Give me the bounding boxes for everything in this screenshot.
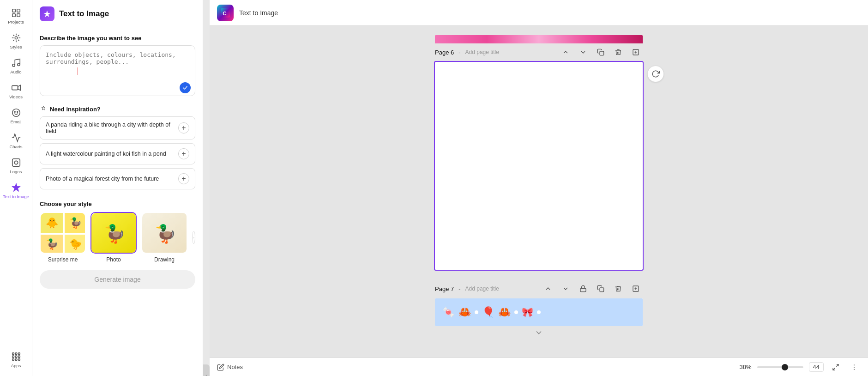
sidebar-item-emoji-label: Emoji [11,119,22,124]
svg-line-35 [833,368,835,370]
svg-point-38 [854,369,855,370]
inspiration-label: Need inspiration? [50,106,101,113]
top-bar-title: Text to Image [239,9,278,17]
plus-square-icon-p7 [632,285,639,292]
canva-logo: C [217,5,234,21]
more-options-button[interactable] [848,361,861,374]
page7-move-down-button[interactable] [559,282,573,296]
chevron-up-icon [562,49,569,56]
page7-strip: 🍬 🦀 🎈 🦀 🎀 [435,298,643,326]
svg-rect-2 [12,14,15,17]
suggestion-text-1: A light watercolour painting of koi fish… [46,151,166,157]
sidebar-item-charts-label: Charts [10,144,23,149]
style-photo-duck: 🦆 [91,213,137,254]
trash-icon-p7 [615,285,622,292]
page6-copy-button[interactable] [594,45,608,59]
sparkle-active-icon [11,182,21,193]
sidebar-item-projects-label: Projects [8,19,24,24]
page6-delete-button[interactable] [611,45,625,59]
page6-move-down-button[interactable] [576,45,590,59]
svg-point-10 [14,111,15,112]
svg-marker-8 [18,85,20,91]
page6-container: Page 6 - Add page title [435,42,643,270]
suggestion-item-0[interactable]: A panda riding a bike through a city wit… [40,116,195,139]
apps-icon [11,352,21,362]
prompt-check-button[interactable] [180,82,191,93]
page7-lock-button[interactable] [576,282,590,296]
sidebar-item-charts[interactable]: Charts [0,129,32,153]
sidebar-item-text-to-image[interactable]: Text to Image [0,179,32,203]
page6-number: Page 6 [435,49,454,56]
sidebar-item-logos[interactable]: Logos [0,154,32,178]
svg-rect-21 [15,359,17,361]
page7-move-up-button[interactable] [541,282,555,296]
page7-canvas[interactable]: 🍬 🦀 🎈 🦀 🎀 [435,298,643,326]
suggestion-item-1[interactable]: A light watercolour painting of koi fish… [40,143,195,164]
chevron-down-icon-p7 [562,285,569,292]
style-card-drawing[interactable]: 🦆 Drawing [141,212,187,263]
describe-label: Describe the image you want to see [40,35,195,42]
page7-container: Page 7 - Add page title [435,279,643,339]
panel: Text to Image Describe the image you wan… [32,0,203,376]
style-header: Choose your style [40,200,195,207]
page6-refresh-button[interactable] [647,66,664,82]
svg-point-5 [12,64,15,67]
notes-button[interactable]: Notes [217,364,243,371]
suggestion-add-2[interactable]: + [178,173,189,184]
style-card-photo[interactable]: 🦆 Photo [90,212,137,263]
inspiration-header: Need inspiration? [40,105,195,113]
style-next-button[interactable] [192,231,195,244]
sidebar-item-audio[interactable]: Audio [0,54,32,78]
suggestion-add-0[interactable]: + [178,122,189,133]
logo-icon [11,158,21,168]
sidebar-item-audio-label: Audio [10,69,21,74]
page7-add-button[interactable] [629,282,643,296]
sidebar-item-videos[interactable]: Videos [0,79,32,103]
sidebar-item-projects[interactable]: Projects [0,4,32,28]
page6-canvas[interactable] [435,62,643,270]
sidebar-left: Projects Styles Audio Videos Emoji Chart… [0,0,32,376]
emoji-icon [11,108,21,118]
chevron-right-icon [193,237,195,239]
page6-add-button[interactable] [629,45,643,59]
more-icon [850,364,858,371]
svg-rect-0 [12,9,15,12]
duck-cell-1: 🐥 [41,213,63,233]
sidebar-item-styles[interactable]: Styles [0,29,32,53]
page6-move-up-button[interactable] [559,45,573,59]
zoom-thumb [782,364,788,370]
suggestion-text-0: A panda riding a bike through a city wit… [46,121,178,134]
svg-text:C: C [223,10,227,16]
sidebar-item-emoji[interactable]: Emoji [0,104,32,128]
svg-rect-12 [12,159,20,167]
svg-rect-19 [18,356,20,358]
page7-copy-button[interactable] [594,282,608,296]
panel-body: Describe the image you want to see Need … [32,27,203,296]
svg-rect-30 [600,288,604,292]
page7-delete-button[interactable] [611,282,625,296]
style-surprise-grid: 🐥 🦆 🦆 🐤 [41,213,86,254]
collapse-panel-handle[interactable] [203,364,210,376]
refresh-icon [651,70,660,78]
zoom-slider[interactable] [757,366,803,368]
suggestion-add-1[interactable]: + [178,148,189,159]
suggestion-item-2[interactable]: Photo of a magical forest city from the … [40,168,195,189]
style-card-surprise[interactable]: 🐥 🦆 🦆 🐤 Surprise me [40,212,86,263]
page6-add-title[interactable]: Add page title [465,49,499,55]
svg-point-11 [17,111,18,112]
generate-image-button[interactable]: Generate image [40,270,195,289]
chevron-left-icon [204,374,209,376]
sidebar-item-logos-label: Logos [10,169,22,174]
duck-cell-3: 🦆 [41,235,63,254]
svg-point-36 [854,364,855,365]
svg-rect-18 [15,356,17,358]
sidebar-item-apps[interactable]: Apps [0,348,32,372]
canvas-area[interactable]: Page 6 - Add page title [210,26,868,358]
page7-add-title[interactable]: Add page title [465,285,499,292]
prompt-textarea[interactable] [40,45,195,96]
chevron-up-icon-p7 [544,285,552,292]
notes-icon [217,364,224,371]
fullscreen-button[interactable] [829,361,842,374]
page-expand-icon[interactable] [534,328,543,337]
fullscreen-icon [832,364,839,371]
